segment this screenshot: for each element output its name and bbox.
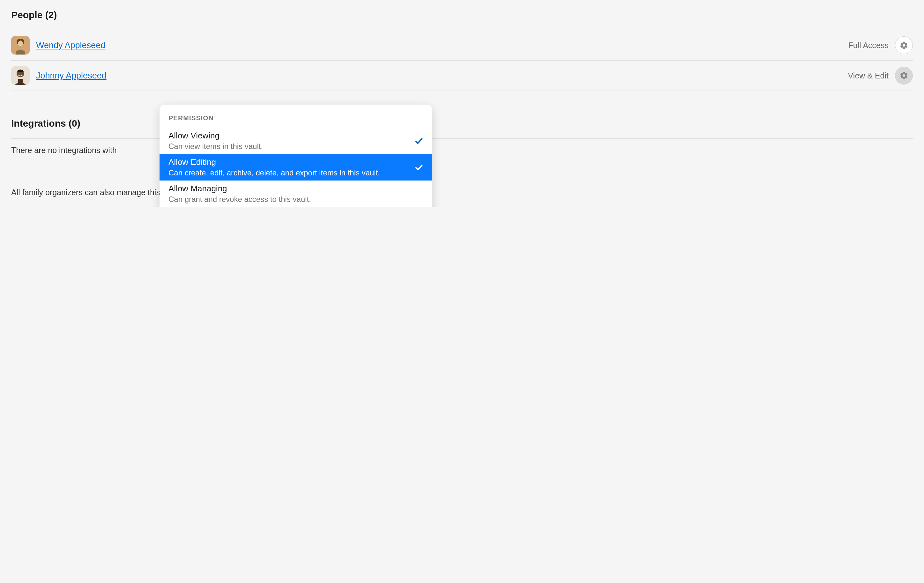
permission-dropdown: PERMISSION Allow Viewing Can view items … [160, 105, 432, 207]
svg-rect-4 [18, 79, 23, 85]
dropdown-item-title: Allow Viewing [168, 131, 423, 141]
permission-allow-managing[interactable]: Allow Managing Can grant and revoke acce… [160, 181, 432, 207]
checkmark-icon [414, 137, 423, 145]
gear-icon [899, 71, 908, 80]
access-label: View & Edit [848, 71, 889, 81]
dropdown-item-title: Allow Managing [168, 184, 423, 194]
checkmark-icon [414, 163, 423, 172]
gear-icon [899, 41, 908, 50]
person-name-link[interactable]: Wendy Appleseed [36, 41, 848, 50]
access-label: Full Access [848, 41, 889, 50]
integrations-empty-text: There are no integrations with [11, 138, 913, 162]
people-heading: People (2) [11, 10, 913, 20]
gear-button[interactable] [895, 36, 913, 54]
permission-allow-editing[interactable]: Allow Editing Can create, edit, archive,… [160, 154, 432, 181]
dropdown-item-desc: Can view items in this vault. [168, 142, 423, 151]
permission-allow-viewing[interactable]: Allow Viewing Can view items in this vau… [160, 128, 432, 154]
avatar [11, 66, 30, 85]
people-list: Wendy Appleseed Full Access Johnny A [11, 30, 913, 91]
gear-button[interactable] [895, 67, 913, 84]
dropdown-item-desc: Can grant and revoke access to this vaul… [168, 195, 423, 204]
dropdown-header: PERMISSION [160, 110, 432, 128]
footer-text: All family organizers can also manage th… [11, 188, 913, 197]
integrations-heading: Integrations (0) [11, 118, 913, 129]
dropdown-item-title: Allow Editing [168, 157, 423, 167]
avatar [11, 36, 30, 54]
integrations-section: Integrations (0) There are no integratio… [11, 118, 913, 162]
person-name-link[interactable]: Johnny Appleseed [36, 71, 848, 81]
person-row: Johnny Appleseed View & Edit [11, 61, 913, 91]
person-row: Wendy Appleseed Full Access [11, 30, 913, 61]
dropdown-item-desc: Can create, edit, archive, delete, and e… [168, 168, 423, 177]
